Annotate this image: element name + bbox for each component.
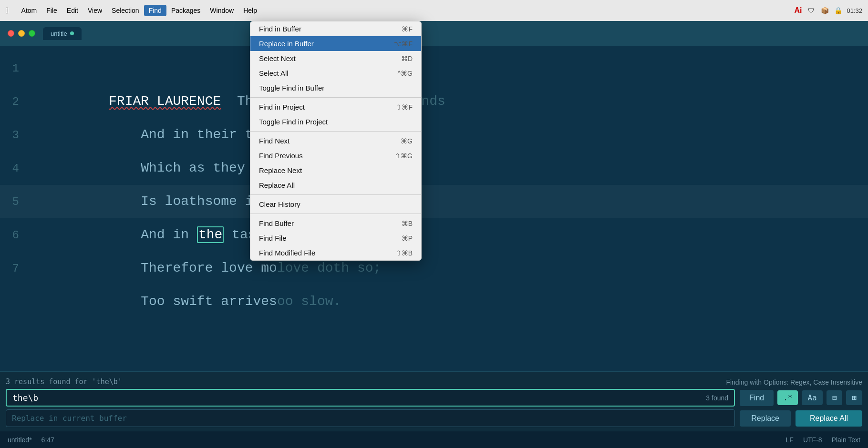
menu-clear-history[interactable]: Clear History [250,197,421,212]
menu-find-in-project-shortcut: ⇧⌘F [396,103,413,111]
menu-select-all[interactable]: Select All ^⌘G [250,66,421,81]
menubar-find[interactable]: Find [144,5,166,16]
line-1: 1 FRIAR LAURENCE Theights have violent e… [0,51,868,85]
replace-buttons: Replace Replace All [740,410,862,427]
menu-select-next[interactable]: Select Next ⌘D [250,51,421,66]
find-options-label: Finding with Options: Regex, Case Insens… [726,378,862,386]
security-icon: 🔒 [833,6,843,15]
case-button[interactable]: Aa [802,390,822,405]
regex-button[interactable]: .* [777,390,798,405]
menubar-atom[interactable]: Atom [17,5,42,16]
menu-find-in-buffer-shortcut: ⌘F [402,25,413,33]
statusbar-right: LF UTF-8 Plain Text [786,436,860,444]
menu-replace-next[interactable]: Replace Next [250,163,421,178]
menu-find-in-project-label: Find in Project [259,103,305,111]
menubar:  Atom File Edit View Selection Find Pac… [0,0,868,21]
line-text-7: Too swift arrivesoo slow. [29,252,341,352]
maximize-button[interactable] [29,30,35,37]
menu-find-modified-file-label: Find Modified File [259,249,315,257]
menu-replace-in-buffer[interactable]: Replace in Buffer ⌥⌘F [250,36,421,51]
line-number-7: 7 [0,252,29,285]
menu-find-file[interactable]: Find File ⌘P [250,231,421,245]
menu-replace-all[interactable]: Replace All [250,178,421,193]
menu-replace-next-label: Replace Next [259,166,302,174]
menubar-edit[interactable]: Edit [62,5,83,16]
minimize-button[interactable] [18,30,25,37]
find-count: 3 found [706,394,728,402]
clock: 01:32 [847,7,862,14]
find-input[interactable] [12,393,704,403]
traffic-lights [8,30,35,37]
titlebar: untitle [0,21,868,46]
find-row: 3 found Find .* Aa ⊟ ⊞ [6,389,862,407]
menu-toggle-find-in-buffer[interactable]: Toggle Find in Buffer [250,81,421,95]
separator-2 [250,131,421,132]
find-options-buttons: Find .* Aa ⊟ ⊞ [740,390,862,406]
find-input-wrap[interactable]: 3 found [6,389,735,407]
menu-replace-in-buffer-label: Replace in Buffer [259,40,314,48]
menu-find-file-label: Find File [259,234,287,242]
separator-4 [250,214,421,214]
menu-find-modified-file[interactable]: Find Modified File ⇧⌘B [250,245,421,260]
menubar-right: Ai 🛡 📦 🔒 01:32 [793,6,862,15]
editor-tab[interactable]: untitle [43,27,82,40]
main-layout: untitle 1 FRIAR LAURENCE Theights have v… [0,21,868,448]
separator-1 [250,97,421,98]
menu-find-buffer[interactable]: Find Buffer ⌘B [250,216,421,231]
statusbar-filename: untitled* [8,436,32,444]
menu-replace-all-label: Replace All [259,181,295,189]
line-number-6: 6 [0,219,29,252]
menu-toggle-find-in-project[interactable]: Toggle Find in Project [250,114,421,129]
menu-clear-history-label: Clear History [259,200,300,208]
statusbar-encoding[interactable]: UTF-8 [803,436,822,444]
menu-find-previous-shortcut: ⇧⌘G [395,152,413,160]
editor-area[interactable]: 1 FRIAR LAURENCE Theights have violent e… [0,46,868,431]
menubar-view[interactable]: View [83,5,107,16]
menu-find-next[interactable]: Find Next ⌘G [250,133,421,148]
replace-placeholder: Replace in current buffer [12,414,127,423]
menu-select-next-label: Select Next [259,54,296,62]
menu-find-previous-label: Find Previous [259,152,303,160]
menu-find-buffer-label: Find Buffer [259,219,294,227]
find-button[interactable]: Find [740,390,774,406]
line-number-2: 2 [0,85,29,119]
menu-find-in-buffer-label: Find in Buffer [259,25,301,33]
menu-toggle-find-in-project-label: Toggle Find in Project [259,118,328,126]
menu-find-file-shortcut: ⌘P [402,234,413,242]
menubar-window[interactable]: Window [205,5,238,16]
statusbar: untitled* 6:47 LF UTF-8 Plain Text [0,431,868,448]
line-6: 6 Therefore love molove doth so; [0,218,868,252]
statusbar-position: 6:47 [41,436,54,444]
find-dropdown-menu[interactable]: Find in Buffer ⌘F Replace in Buffer ⌥⌘F … [250,21,422,261]
close-button[interactable] [8,30,14,37]
line-number-4: 4 [0,152,29,185]
selection-button[interactable]: ⊞ [846,390,862,405]
menu-find-next-label: Find Next [259,137,289,145]
replace-row: Replace in current buffer Replace Replac… [6,409,862,427]
menu-find-in-buffer[interactable]: Find in Buffer ⌘F [250,21,421,36]
menu-select-next-shortcut: ⌘D [401,55,413,62]
find-status: 3 results found for 'the\b' [6,376,122,389]
line-7: 7 Too swift arrivesoo slow. [0,252,868,285]
menu-replace-in-buffer-shortcut: ⌥⌘F [394,40,413,48]
line-number-5: 5 [0,185,29,219]
menubar-selection[interactable]: Selection [107,5,144,16]
line-number-3: 3 [0,119,29,152]
menubar-file[interactable]: File [41,5,62,16]
menubar-help[interactable]: Help [238,5,262,16]
word-button[interactable]: ⊟ [827,390,843,405]
statusbar-line-ending[interactable]: LF [786,436,794,444]
tab-title: untitle [51,30,67,37]
menu-find-previous[interactable]: Find Previous ⇧⌘G [250,148,421,163]
statusbar-grammar[interactable]: Plain Text [832,436,860,444]
line-number-1: 1 [0,52,29,85]
menu-find-next-shortcut: ⌘G [401,137,413,145]
menubar-packages[interactable]: Packages [166,5,205,16]
replace-all-button[interactable]: Replace All [796,410,862,427]
line-5: 5 And in the tasteappetite: [0,185,868,218]
replace-input-wrap[interactable]: Replace in current buffer [6,409,735,427]
apple-menu-icon[interactable]:  [6,6,9,16]
menu-find-buffer-shortcut: ⌘B [402,220,413,227]
menu-find-in-project[interactable]: Find in Project ⇧⌘F [250,100,421,114]
replace-button[interactable]: Replace [740,410,791,427]
